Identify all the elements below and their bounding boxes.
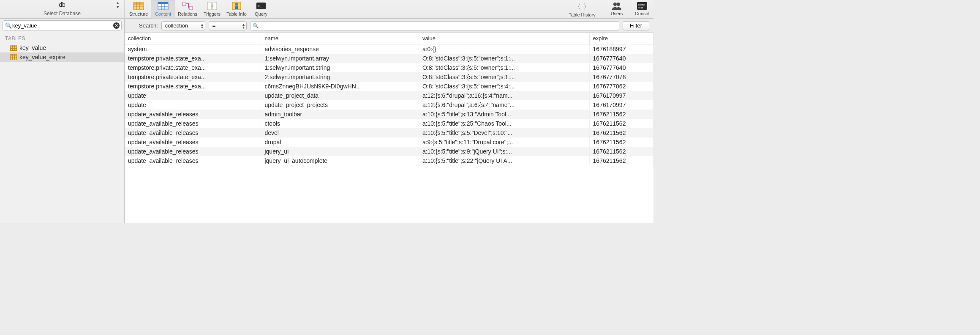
column-header[interactable]: value [419, 33, 589, 44]
cell-collection[interactable]: update [125, 100, 261, 110]
cell-value[interactable]: a:10:{s:5:"title";s:22:"jQuery UI A... [419, 156, 589, 165]
cell-expire[interactable]: 1676211562 [589, 147, 653, 156]
cell-value[interactable]: a:12:{s:6:"drupal";a:6:{s:4:"name"... [419, 100, 589, 110]
cell-expire[interactable]: 1676211562 [589, 156, 653, 165]
cell-value[interactable]: a:10:{s:5:"title";s:25:"Chaos Tool... [419, 119, 589, 128]
svg-point-21 [613, 3, 617, 6]
cell-expire[interactable]: 1676211562 [589, 110, 653, 119]
table-row[interactable]: update_available_releasesdrupala:9:{s:5:… [125, 137, 653, 147]
cell-collection[interactable]: update_available_releases [125, 128, 261, 137]
column-header[interactable]: name [261, 33, 419, 44]
structure-icon [133, 1, 144, 11]
cell-value[interactable]: a:0:{} [419, 44, 589, 54]
table-row[interactable]: update_available_releasesjquery_uia:10:{… [125, 147, 653, 156]
filter-operator-select[interactable]: = ▴▾ [209, 21, 247, 30]
cell-collection[interactable]: update_available_releases [125, 156, 261, 165]
cell-collection[interactable]: update_available_releases [125, 110, 261, 119]
cell-name[interactable]: update_project_data [261, 91, 419, 100]
cell-expire[interactable]: 1676170997 [589, 100, 653, 110]
table-row[interactable]: tempstore.private.state_exa...2:selwyn.i… [125, 72, 653, 82]
cell-value[interactable]: a:10:{s:5:"title";s:9:"jQuery UI";s:... [419, 147, 589, 156]
cell-expire[interactable]: 1676170997 [589, 91, 653, 100]
cell-name[interactable]: drupal [261, 137, 419, 147]
cell-name[interactable]: 1:selwyn.important.string [261, 63, 419, 72]
console-tab[interactable]: console off Consol [632, 0, 652, 16]
cell-value[interactable]: a:10:{s:5:"title";s:13:"Admin Tool... [419, 110, 589, 119]
tab-query[interactable]: >_Query [249, 0, 273, 19]
cell-value[interactable]: a:12:{s:6:"drupal";a:16:{s:4:"nam... [419, 91, 589, 100]
cell-name[interactable]: admin_toolbar [261, 110, 419, 119]
cell-collection[interactable]: update_available_releases [125, 137, 261, 147]
data-grid[interactable]: collectionnamevalueexpire systemadvisori… [125, 33, 653, 223]
clear-icon[interactable]: ✕ [113, 22, 120, 29]
cell-name[interactable]: update_project_projects [261, 100, 419, 110]
cell-collection[interactable]: tempstore.private.state_exa... [125, 63, 261, 72]
cell-expire[interactable]: 1676211562 [589, 119, 653, 128]
cell-expire[interactable]: 1676777640 [589, 63, 653, 72]
database-caption: Select Database [0, 9, 124, 19]
cell-collection[interactable]: tempstore.private.state_exa... [125, 72, 261, 82]
cell-value[interactable]: O:8:"stdClass":3:{s:5:"owner";s:1:... [419, 63, 589, 72]
cell-name[interactable]: jquery_ui_autocomplete [261, 156, 419, 165]
back-button[interactable]: 〈 [574, 3, 581, 11]
cell-collection[interactable]: tempstore.private.state_exa... [125, 54, 261, 63]
svg-rect-32 [11, 55, 17, 56]
cell-expire[interactable]: 1676777640 [589, 54, 653, 63]
table-search-field[interactable] [12, 22, 112, 29]
column-header[interactable]: collection [125, 33, 261, 44]
cell-collection[interactable]: update [125, 91, 261, 100]
filter-bar: Search: collection ▴▾ = ▴▾ 🔍 Filter [125, 19, 653, 33]
search-icon: 🔍 [5, 22, 12, 29]
cell-collection[interactable]: tempstore.private.state_exa... [125, 82, 261, 91]
cell-name[interactable]: devel [261, 128, 419, 137]
tab-structure[interactable]: Structure [126, 0, 151, 19]
sidebar-table-item[interactable]: key_value_expire [0, 52, 124, 62]
tab-relations[interactable]: Relations [175, 0, 200, 19]
cell-value[interactable]: a:10:{s:5:"title";s:5:"Devel";s:10:"... [419, 128, 589, 137]
tab-tableinfo[interactable]: Table Info [224, 0, 249, 19]
filter-button[interactable]: Filter [623, 21, 649, 30]
filter-column-select[interactable]: collection ▴▾ [161, 21, 205, 30]
cell-expire[interactable]: 1676211562 [589, 128, 653, 137]
sidebar-table-item[interactable]: key_value [0, 43, 124, 52]
tab-triggers[interactable]: Triggers [200, 0, 224, 19]
cell-collection[interactable]: update_available_releases [125, 147, 261, 156]
tab-content[interactable]: Content [151, 0, 175, 19]
cell-value[interactable]: O:8:"stdClass":3:{s:5:"owner";s:1:... [419, 72, 589, 82]
cell-name[interactable]: c6msZnnegBHJUsN9K9-DI0gwHN... [261, 82, 419, 91]
tab-label: Relations [178, 11, 197, 16]
table-history-label[interactable]: Table History [563, 11, 601, 17]
table-row[interactable]: update_available_releasesdevela:10:{s:5:… [125, 128, 653, 137]
table-row[interactable]: systemadvisories_responsea:0:{}167618899… [125, 44, 653, 54]
cell-collection[interactable]: system [125, 44, 261, 54]
svg-rect-12 [189, 6, 193, 10]
table-search-input[interactable]: 🔍 ✕ [3, 20, 122, 30]
table-row[interactable]: update_available_releasesadmin_toolbara:… [125, 110, 653, 119]
table-row[interactable]: updateupdate_project_dataa:12:{s:6:"drup… [125, 91, 653, 100]
cell-name[interactable]: 2:selwyn.important.string [261, 72, 419, 82]
table-row[interactable]: update_available_releasesctoolsa:10:{s:5… [125, 119, 653, 128]
cell-value[interactable]: a:9:{s:5:"title";s:11:"Drupal core";... [419, 137, 589, 147]
cell-value[interactable]: O:8:"stdClass":3:{s:5:"owner";s:4:... [419, 82, 589, 91]
cell-collection[interactable]: update_available_releases [125, 119, 261, 128]
table-row[interactable]: tempstore.private.state_exa...1:selwyn.i… [125, 54, 653, 63]
table-row[interactable]: update_available_releasesjquery_ui_autoc… [125, 156, 653, 165]
cell-name[interactable]: jquery_ui [261, 147, 419, 156]
table-row[interactable]: tempstore.private.state_exa...c6msZnnegB… [125, 82, 653, 91]
table-row[interactable]: updateupdate_project_projectsa:12:{s:6:"… [125, 100, 653, 110]
users-tab[interactable]: Users [605, 0, 628, 16]
table-row[interactable]: tempstore.private.state_exa...1:selwyn.i… [125, 63, 653, 72]
content-pane: Search: collection ▴▾ = ▴▾ 🔍 Filter [125, 19, 653, 223]
cell-expire[interactable]: 1676188997 [589, 44, 653, 54]
cell-expire[interactable]: 1676777078 [589, 72, 653, 82]
forward-button[interactable]: 〉 [583, 3, 590, 11]
cell-name[interactable]: ctools [261, 119, 419, 128]
column-header[interactable]: expire [589, 33, 653, 44]
cell-expire[interactable]: 1676777062 [589, 82, 653, 91]
cell-name[interactable]: advisories_response [261, 44, 419, 54]
database-selector[interactable]: db ▴▾ [0, 0, 124, 9]
cell-expire[interactable]: 1676211562 [589, 137, 653, 147]
cell-value[interactable]: O:8:"stdClass":3:{s:5:"owner";s:1:... [419, 54, 589, 63]
cell-name[interactable]: 1:selwyn.important.array [261, 54, 419, 63]
filter-value-input[interactable]: 🔍 [250, 21, 619, 30]
